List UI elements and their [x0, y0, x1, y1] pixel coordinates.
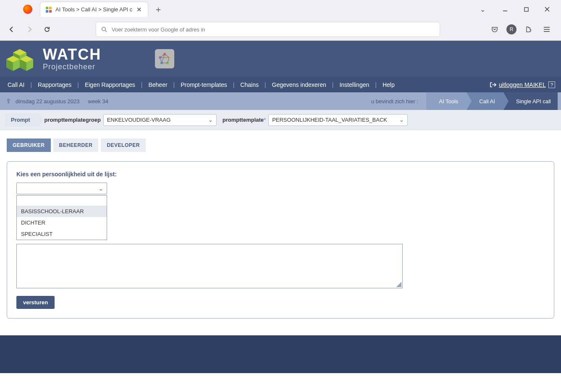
svg-point-8: [102, 27, 105, 30]
template-select[interactable]: PERSOONLIJKHEID-TAAL_VARIATIES_BACK ⌄: [268, 114, 408, 126]
tab-close-icon[interactable]: ✕: [136, 6, 143, 13]
nav-item-prompt-templates[interactable]: Prompt-templates: [179, 81, 228, 88]
form-panel: Kies een persoonlijkheid uit de lijst: ⌄…: [7, 161, 554, 319]
content-tabs: GEBRUIKER BEHEERDER DEVELOPER: [7, 139, 554, 152]
prompt-textarea[interactable]: [16, 244, 403, 288]
persoonlijkheid-select-wrap: ⌄ BASISSCHOOL-LERAAR DICHTER SPECIALIST: [16, 183, 107, 194]
date-text: dinsdag 22 augustus 2023: [16, 98, 80, 105]
chevron-down-icon: ⌄: [208, 117, 213, 123]
tab-title: AI Tools > Call AI > Single API c: [55, 6, 132, 13]
up-arrow-icon[interactable]: ⇪: [6, 97, 11, 105]
firefox-logo-icon: [23, 5, 32, 14]
window-maximize-button[interactable]: [516, 2, 536, 17]
breadcrumb-item-ai-tools[interactable]: AI Tools: [426, 92, 467, 110]
group-value: ENKELVOUDIGE-VRAAG: [107, 117, 170, 123]
breadcrumb-item-call-ai[interactable]: Call AI: [467, 92, 503, 110]
tab-favicon-icon: [45, 6, 52, 13]
browser-tab[interactable]: AI Tools > Call AI > Single API c ✕: [40, 2, 148, 17]
pocket-icon[interactable]: [488, 23, 501, 36]
header-network-icon[interactable]: [155, 49, 174, 68]
window-minimize-button[interactable]: [495, 2, 515, 17]
help-badge-icon[interactable]: ?: [548, 81, 555, 88]
tab-beheerder[interactable]: BEHEERDER: [53, 139, 99, 152]
dropdown-option-blank[interactable]: [17, 196, 107, 206]
window-close-button[interactable]: [537, 2, 557, 17]
nav-item-eigen-rapportages[interactable]: Eigen Rapportages: [83, 81, 137, 88]
persoonlijkheid-select[interactable]: ⌄: [16, 183, 107, 194]
page-content: GEBRUIKER BEHEERDER DEVELOPER Kies een p…: [0, 130, 561, 335]
browser-toolbar: Voer zoekterm voor Google of adres in R: [0, 18, 561, 40]
group-label: prompttemplategroep: [45, 117, 101, 123]
svg-rect-2: [46, 10, 48, 13]
dropdown-option-dichter[interactable]: DICHTER: [17, 217, 107, 228]
logout-icon: [490, 82, 496, 88]
app-footer: [0, 335, 561, 373]
search-icon: [101, 26, 107, 33]
nav-item-instellingen[interactable]: Instellingen: [338, 81, 371, 88]
template-value: PERSOONLIJKHEID-TAAL_VARIATIES_BACK: [272, 117, 387, 123]
omnibox[interactable]: Voer zoekterm voor Google of adres in: [96, 22, 440, 37]
tab-gebruiker[interactable]: GEBRUIKER: [7, 139, 51, 152]
omnibox-placeholder: Voer zoekterm voor Google of adres in: [112, 26, 205, 33]
group-select[interactable]: ENKELVOUDIGE-VRAAG ⌄: [103, 114, 217, 126]
tabs-overflow-icon[interactable]: ⌄: [480, 5, 485, 13]
breadcrumb-item-single-api-call: Single API call: [503, 92, 558, 110]
tabstrip: AI Tools > Call AI > Single API c ✕ ＋ ⌄: [0, 0, 561, 18]
tab-developer[interactable]: DEVELOPER: [101, 139, 146, 152]
nav-forward-button[interactable]: [23, 23, 36, 36]
nav-item-chains[interactable]: Chains: [239, 81, 260, 88]
window-controls: ⌄: [480, 2, 561, 17]
brand-subtitle: Projectbeheer: [43, 63, 101, 71]
svg-rect-0: [46, 7, 48, 9]
dropdown-option-specialist[interactable]: SPECIALIST: [17, 228, 107, 240]
app-header: WATCH Projectbeheer: [0, 41, 561, 77]
chevron-down-icon: ⌄: [99, 186, 103, 192]
svg-rect-5: [524, 8, 528, 11]
brand-name: WATCH: [43, 47, 101, 62]
svg-line-27: [165, 54, 169, 57]
step-prompt: Prompt: [5, 113, 39, 127]
versturen-button[interactable]: versturen: [16, 296, 55, 309]
persoonlijkheid-label: Kies een persoonlijkheid uit de lijst:: [16, 171, 545, 178]
dropdown-option-basisschool-leraar[interactable]: BASISSCHOOL-LERAAR: [17, 206, 107, 217]
week-text: week 34: [88, 98, 108, 105]
nav-item-help[interactable]: Help: [381, 81, 396, 88]
template-label: prompttemplate*: [223, 117, 266, 123]
main-nav: Call AI| Rapportages| Eigen Rapportages|…: [0, 77, 561, 92]
chevron-down-icon: ⌄: [399, 117, 404, 123]
menu-hamburger-icon[interactable]: [540, 23, 553, 36]
breadcrumb: AI Tools Call AI Single API call: [426, 92, 558, 110]
brand-text: WATCH Projectbeheer: [43, 47, 101, 71]
group-select-wrap: prompttemplategroep ENKELVOUDIGE-VRAAG ⌄: [45, 114, 217, 126]
template-select-wrap: prompttemplate* PERSOONLIJKHEID-TAAL_VAR…: [223, 114, 408, 126]
toolbar-right: R: [488, 23, 556, 36]
new-tab-button[interactable]: ＋: [152, 3, 164, 15]
logout-link[interactable]: uitloggen MAIKEL: [499, 81, 546, 88]
local-step-bar: Prompt prompttemplategroep ENKELVOUDIGE-…: [0, 110, 561, 130]
browser-chrome: AI Tools > Call AI > Single API c ✕ ＋ ⌄ …: [0, 0, 561, 41]
nav-reload-button[interactable]: [40, 23, 54, 36]
extensions-icon[interactable]: [522, 23, 535, 36]
nav-item-gegevens-indexeren[interactable]: Gegevens indexeren: [270, 81, 328, 88]
nav-item-beheer[interactable]: Beheer: [147, 81, 169, 88]
nav-item-call-ai[interactable]: Call AI: [6, 81, 26, 88]
svg-rect-3: [49, 10, 52, 13]
profile-avatar[interactable]: R: [506, 24, 516, 34]
nav-item-rapportages[interactable]: Rapportages: [36, 81, 73, 88]
location-bar: ⇪ dinsdag 22 augustus 2023 week 34 u bev…: [0, 92, 561, 110]
persoonlijkheid-dropdown: BASISSCHOOL-LERAAR DICHTER SPECIALIST: [16, 195, 107, 240]
svg-line-9: [105, 30, 107, 32]
svg-rect-1: [49, 7, 52, 9]
nav-back-button[interactable]: [5, 23, 18, 36]
app-logo-icon: [4, 43, 35, 74]
